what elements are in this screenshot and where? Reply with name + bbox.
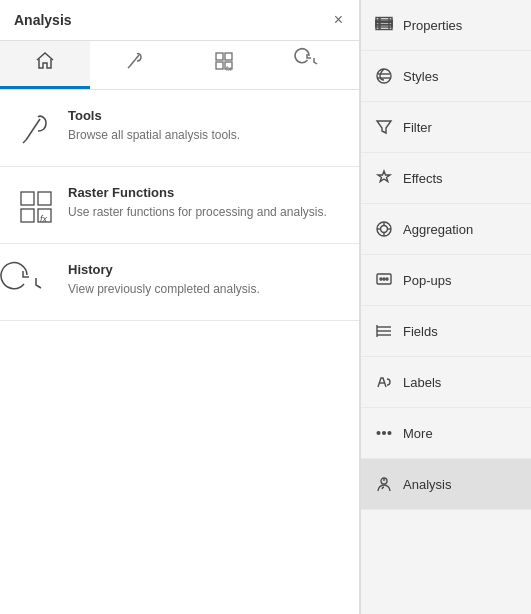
svg-point-38 [388,432,391,435]
right-panel: Properties Styles Filter Effects [360,0,531,614]
right-item-analysis[interactable]: Analysis [361,459,531,510]
raster-item-text: Raster Functions Use raster functions fo… [68,185,343,221]
close-button[interactable]: × [332,10,345,30]
filter-icon [373,116,395,138]
raster-item-desc: Use raster functions for processing and … [68,204,343,221]
styles-label: Styles [403,69,438,84]
labels-label: Labels [403,375,441,390]
right-item-fields[interactable]: Fields [361,306,531,357]
properties-icon [373,14,395,36]
raster-icon: fx [214,51,234,76]
history-item[interactable]: History View previously completed analys… [0,244,359,321]
analysis-icon [373,473,395,495]
aggregation-label: Aggregation [403,222,473,237]
fields-icon [373,320,395,342]
tools-item[interactable]: Tools Browse all spatial analysis tools. [0,90,359,167]
properties-label: Properties [403,18,462,33]
tools-item-text: Tools Browse all spatial analysis tools. [68,108,343,144]
filter-label: Filter [403,120,432,135]
labels-icon [373,371,395,393]
analysis-label: Analysis [403,477,451,492]
styles-icon [373,65,395,87]
popups-icon [373,269,395,291]
svg-text:fx: fx [40,214,48,224]
tools-item-title: Tools [68,108,343,123]
raster-item-icon: fx [16,187,56,227]
svg-rect-2 [216,62,223,69]
tab-home[interactable] [0,41,90,89]
history-item-icon [16,264,56,304]
svg-rect-27 [377,274,391,284]
panel-title: Analysis [14,12,72,28]
right-item-aggregation[interactable]: Aggregation [361,204,531,255]
tools-item-icon [16,110,56,150]
svg-point-36 [377,432,380,435]
right-item-properties[interactable]: Properties [361,0,531,51]
svg-rect-5 [21,192,34,205]
svg-point-30 [386,278,388,280]
history-item-desc: View previously completed analysis. [68,281,343,298]
history-item-title: History [68,262,343,277]
tools-icon [125,51,145,76]
panel-header: Analysis × [0,0,359,41]
right-item-filter[interactable]: Filter [361,102,531,153]
svg-rect-7 [21,209,34,222]
home-icon [35,51,55,76]
svg-point-29 [383,278,385,280]
effects-label: Effects [403,171,443,186]
content-area: Tools Browse all spatial analysis tools.… [0,90,359,614]
svg-point-28 [380,278,382,280]
tab-history[interactable] [269,41,359,89]
tools-item-desc: Browse all spatial analysis tools. [68,127,343,144]
tab-tools[interactable] [90,41,180,89]
right-item-labels[interactable]: Labels [361,357,531,408]
svg-point-37 [383,432,386,435]
history-icon [304,51,324,76]
more-icon [373,422,395,444]
right-item-styles[interactable]: Styles [361,51,531,102]
tab-raster[interactable]: fx [180,41,270,89]
popups-label: Pop-ups [403,273,451,288]
fields-label: Fields [403,324,438,339]
svg-point-20 [377,69,391,83]
history-item-text: History View previously completed analys… [68,262,343,298]
raster-item-title: Raster Functions [68,185,343,200]
svg-text:fx: fx [226,65,232,72]
more-label: More [403,426,433,441]
svg-point-21 [381,226,388,233]
right-item-effects[interactable]: Effects [361,153,531,204]
raster-item[interactable]: fx Raster Functions Use raster functions… [0,167,359,244]
right-item-more[interactable]: More [361,408,531,459]
effects-icon [373,167,395,189]
tabs-row: fx [0,41,359,90]
left-panel: Analysis × [0,0,360,614]
svg-rect-6 [38,192,51,205]
svg-rect-0 [216,53,223,60]
right-item-popups[interactable]: Pop-ups [361,255,531,306]
svg-rect-1 [225,53,232,60]
aggregation-icon [373,218,395,240]
